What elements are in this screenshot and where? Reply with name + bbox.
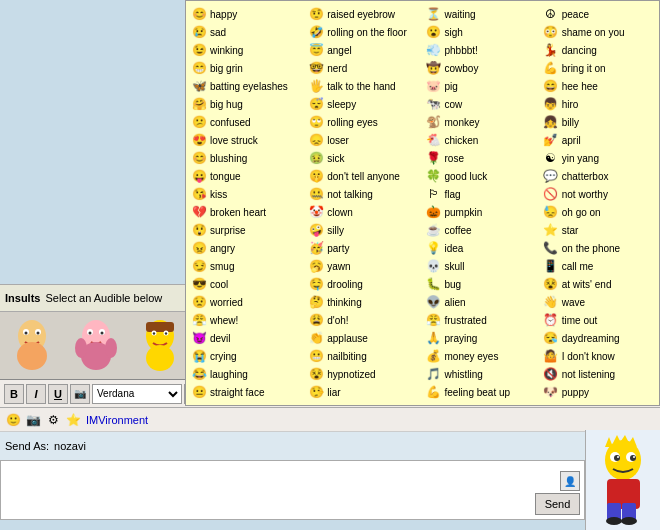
emoji-item[interactable]: ⏳waiting [423, 5, 540, 23]
emoji-item[interactable]: 🐒monkey [423, 113, 540, 131]
emoji-item[interactable]: 🤣rolling on the floor [305, 23, 422, 41]
emoji-item[interactable]: 💃dancing [540, 41, 657, 59]
emoji-item[interactable]: 😄hee hee [540, 77, 657, 95]
bold-button[interactable]: B [4, 384, 24, 404]
camera-button[interactable]: 📷 [70, 384, 90, 404]
emoji-item[interactable]: ⏰time out [540, 311, 657, 329]
emoji-item[interactable]: 😇angel [305, 41, 422, 59]
emoji-item[interactable]: 🥱yawn [305, 257, 422, 275]
emoji-item[interactable]: 🤨raised eyebrow [305, 5, 422, 23]
emoji-item[interactable]: 🤔thinking [305, 293, 422, 311]
emoji-item[interactable]: 🐔chicken [423, 131, 540, 149]
emoji-item[interactable]: 💡idea [423, 239, 540, 257]
emoji-item[interactable]: 🌹rose [423, 149, 540, 167]
emoji-item[interactable]: 🥳party [305, 239, 422, 257]
send-button[interactable]: Send [535, 493, 580, 515]
emoji-item[interactable]: 👦hiro [540, 95, 657, 113]
emoji-item[interactable]: 💰money eyes [423, 347, 540, 365]
smiley-icon[interactable]: 🙂 [4, 411, 22, 429]
emoji-item[interactable]: 😘kiss [188, 185, 305, 203]
emoji-item[interactable]: 🤷I don't know [540, 347, 657, 365]
emoji-item[interactable]: 📞on the phone [540, 239, 657, 257]
emoji-item[interactable]: 😢sad [188, 23, 305, 41]
emoji-item[interactable]: 🐛bug [423, 275, 540, 293]
emoji-item[interactable]: 😂laughing [188, 365, 305, 383]
emoji-item[interactable]: 🏳flag [423, 185, 540, 203]
emoji-item[interactable]: 😤frustrated [423, 311, 540, 329]
emoji-item[interactable]: 🐷pig [423, 77, 540, 95]
emoji-item[interactable]: 😈devil [188, 329, 305, 347]
emoji-item[interactable]: 😭crying [188, 347, 305, 365]
emoji-item[interactable]: 🎃pumpkin [423, 203, 540, 221]
emoji-item[interactable]: 😉winking [188, 41, 305, 59]
emoji-item[interactable]: 😐straight face [188, 383, 305, 401]
emoji-item[interactable]: 🤢sick [305, 149, 422, 167]
emoji-item[interactable]: 😎cool [188, 275, 305, 293]
emoji-item[interactable]: 🤤drooling [305, 275, 422, 293]
emoji-item[interactable]: 😓oh go on [540, 203, 657, 221]
emoji-item[interactable]: 🤡clown [305, 203, 422, 221]
profile-button[interactable]: 👤 [560, 471, 580, 491]
emoji-item[interactable]: 😵hypnotized [305, 365, 422, 383]
emoji-item[interactable]: 🖐talk to the hand [305, 77, 422, 95]
emoji-item[interactable]: 👧billy [540, 113, 657, 131]
emoji-item[interactable]: 💔broken heart [188, 203, 305, 221]
emoji-item[interactable]: ☕coffee [423, 221, 540, 239]
message-input[interactable] [1, 461, 584, 519]
emoji-item[interactable]: 👏applause [305, 329, 422, 347]
emoji-item[interactable]: 🙄rolling eyes [305, 113, 422, 131]
emoji-item[interactable]: 💪feeling beat up [423, 383, 540, 401]
emoji-item[interactable]: 🐄cow [423, 95, 540, 113]
emoji-item[interactable]: 🚫not worthy [540, 185, 657, 203]
imvironment-link[interactable]: IMVironment [86, 414, 148, 426]
emoji-item[interactable]: 🔇not listening [540, 365, 657, 383]
emoji-item[interactable]: ☮peace [540, 5, 657, 23]
emoji-item[interactable]: 🐶puppy [540, 383, 657, 401]
audible-1[interactable] [2, 316, 62, 376]
underline-button[interactable]: U [48, 384, 68, 404]
emoji-item[interactable]: 👽alien [423, 293, 540, 311]
emoji-item[interactable]: 😊happy [188, 5, 305, 23]
emoji-item[interactable]: 🤗big hug [188, 95, 305, 113]
emoji-item[interactable]: 📱call me [540, 257, 657, 275]
emoji-item[interactable]: 💀skull [423, 257, 540, 275]
emoji-item[interactable]: 😞loser [305, 131, 422, 149]
emoji-item[interactable]: 💪bring it on [540, 59, 657, 77]
emoji-item[interactable]: 😬nailbiting [305, 347, 422, 365]
emoji-item[interactable]: 💬chatterbox [540, 167, 657, 185]
emoji-item[interactable]: 🦋batting eyelashes [188, 77, 305, 95]
emoji-item[interactable]: 😤whew! [188, 311, 305, 329]
settings-icon[interactable]: ⚙ [44, 411, 62, 429]
emoji-item[interactable]: 😠angry [188, 239, 305, 257]
emoji-item[interactable]: 🤠cowboy [423, 59, 540, 77]
emoji-item[interactable]: 🤫don't tell anyone [305, 167, 422, 185]
emoji-item[interactable]: 😕confused [188, 113, 305, 131]
emoji-item[interactable]: 💨phbbbt! [423, 41, 540, 59]
emoji-item[interactable]: 😟worried [188, 293, 305, 311]
emoji-item[interactable]: 🤐not talking [305, 185, 422, 203]
camera2-icon[interactable]: 📷 [24, 411, 42, 429]
emoji-item[interactable]: 👋wave [540, 293, 657, 311]
emoji-item[interactable]: 😮sigh [423, 23, 540, 41]
emoji-item[interactable]: 🙏praying [423, 329, 540, 347]
audible-2[interactable] [66, 316, 126, 376]
emoji-item[interactable]: 😩d'oh! [305, 311, 422, 329]
emoji-item[interactable]: 😏smug [188, 257, 305, 275]
emoji-item[interactable]: 😊blushing [188, 149, 305, 167]
emoji-item[interactable]: 🍀good luck [423, 167, 540, 185]
emoji-item[interactable]: ☯yin yang [540, 149, 657, 167]
emoji-item[interactable]: 😲surprise [188, 221, 305, 239]
emoji-item[interactable]: 🤓nerd [305, 59, 422, 77]
emoji-item[interactable]: 🎵whistling [423, 365, 540, 383]
font-select[interactable]: ArialVerdanaTimes New RomanCourier New [92, 384, 182, 404]
emoji-item[interactable]: 🤥liar [305, 383, 422, 401]
emoji-item[interactable]: 😴sleepy [305, 95, 422, 113]
emoji-item[interactable]: 😁big grin [188, 59, 305, 77]
emoji-item[interactable]: 😍love struck [188, 131, 305, 149]
italic-button[interactable]: I [26, 384, 46, 404]
emoji-item[interactable]: 🤪silly [305, 221, 422, 239]
emoji-item[interactable]: 😛tongue [188, 167, 305, 185]
emoji-item[interactable]: ⭐star [540, 221, 657, 239]
emoji-item[interactable]: 💅april [540, 131, 657, 149]
emoji-item[interactable]: 😪daydreaming [540, 329, 657, 347]
